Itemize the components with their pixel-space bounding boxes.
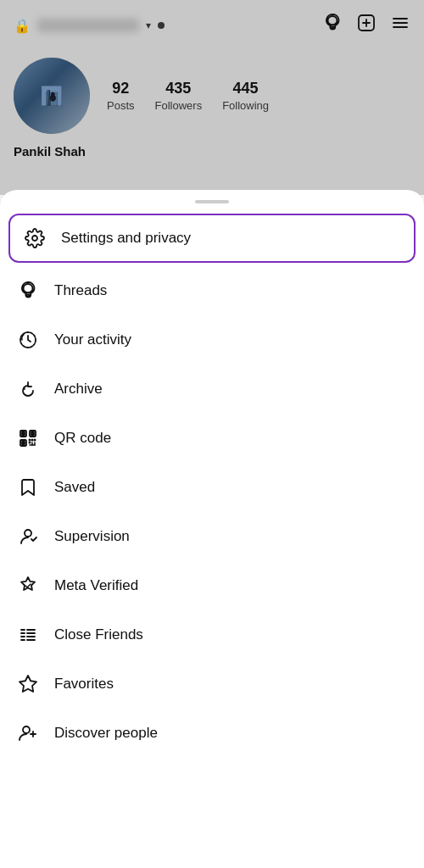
menu-item-saved[interactable]: Saved [0,463,424,512]
discover-label: Discover people [54,725,158,742]
profile-header: 🔒 ▾ [0,0,424,195]
following-count: 445 [233,80,259,97]
menu-item-activity[interactable]: Your activity [0,315,424,364]
threads-nav-icon[interactable] [322,13,343,38]
qr-label: QR code [54,430,111,447]
menu-item-qr[interactable]: QR code [0,414,424,463]
threads-icon [17,280,39,302]
menu-item-favorites[interactable]: Favorites [0,659,424,709]
meta-verified-icon [17,575,39,597]
posts-stat: 92 Posts [107,80,135,112]
menu-item-settings[interactable]: Settings and privacy [8,214,416,263]
profile-info: 92 Posts 435 Followers 445 Following [0,51,424,144]
dropdown-icon[interactable]: ▾ [146,19,151,31]
svg-point-38 [23,726,30,733]
settings-label: Settings and privacy [61,230,191,247]
followers-label: Followers [155,99,203,112]
profile-stats: 92 Posts 435 Followers 445 Following [107,80,269,112]
svg-point-11 [51,92,54,96]
following-stat: 445 Following [222,80,269,112]
top-bar: 🔒 ▾ [0,0,424,51]
lock-icon: 🔒 [14,18,31,34]
svg-point-28 [25,530,31,537]
followers-count: 435 [165,80,191,97]
menu-list: Settings and privacy Threads Your act [0,214,424,758]
drag-handle-bar [195,200,229,203]
meta-verified-label: Meta Verified [54,577,138,594]
bottom-sheet: Settings and privacy Threads Your act [0,190,424,868]
favorites-label: Favorites [54,676,114,693]
menu-item-archive[interactable]: Archive [0,364,424,414]
discover-people-icon [17,722,39,744]
threads-label: Threads [54,282,107,299]
menu-item-discover[interactable]: Discover people [0,709,424,758]
activity-icon [17,329,39,351]
following-label: Following [222,99,269,112]
saved-icon [17,476,39,498]
menu-item-meta-verified[interactable]: Meta Verified [0,561,424,610]
activity-label: Your activity [54,331,131,348]
svg-rect-18 [22,432,25,435]
menu-item-close-friends[interactable]: Close Friends [0,610,424,659]
top-bar-left: 🔒 ▾ [14,18,165,34]
menu-item-threads[interactable]: Threads [0,266,424,315]
posts-label: Posts [107,99,135,112]
favorites-icon [17,673,39,695]
followers-stat: 435 Followers [155,80,203,112]
username-blur [37,19,139,32]
supervision-label: Supervision [54,528,130,545]
svg-point-12 [32,236,37,241]
archive-icon [17,378,39,400]
svg-rect-19 [31,432,34,435]
svg-rect-20 [22,442,25,444]
svg-marker-37 [20,676,36,692]
hamburger-menu-icon[interactable] [390,13,410,38]
gear-icon [24,227,46,249]
profile-name: Pankil Shah [0,144,424,169]
qr-code-icon [17,427,39,449]
add-icon[interactable] [356,13,377,38]
notification-dot [158,22,165,29]
supervision-icon [17,526,39,548]
close-friends-icon [17,624,39,646]
close-friends-label: Close Friends [54,626,143,643]
avatar [14,58,90,134]
saved-label: Saved [54,479,95,496]
posts-count: 92 [112,80,129,97]
menu-item-supervision[interactable]: Supervision [0,512,424,561]
top-bar-right [322,13,410,38]
archive-label: Archive [54,381,103,398]
drag-handle[interactable] [0,190,424,210]
